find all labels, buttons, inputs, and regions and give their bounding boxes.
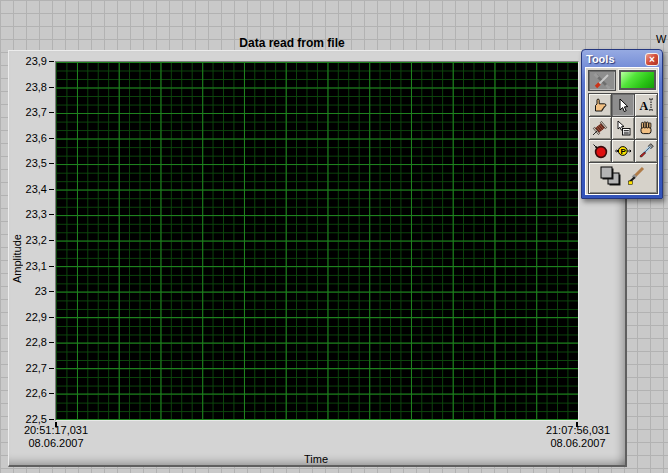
edit-text-tool[interactable]: A <box>635 94 657 116</box>
x-end-time: 21:07:56,031 <box>508 424 648 437</box>
y-tick-label: 23,8 <box>9 80 47 94</box>
scroll-window-tool[interactable] <box>635 117 657 139</box>
tools-palette-body: A <box>585 67 659 195</box>
y-tick-mark <box>49 112 54 113</box>
y-tick-mark <box>49 189 54 190</box>
x-end-date: 08.06.2007 <box>508 437 648 450</box>
tools-palette-titlebar[interactable]: Tools × <box>582 50 662 67</box>
plot-area[interactable] <box>55 61 579 421</box>
y-tick-mark <box>49 393 54 394</box>
set-color-tool[interactable] <box>589 163 657 193</box>
connect-wire-tool[interactable] <box>589 117 611 139</box>
open-hand-icon <box>638 120 654 136</box>
y-tick-mark <box>49 368 54 369</box>
y-tick-label: 23,9 <box>9 54 47 68</box>
y-tick-mark <box>49 87 54 88</box>
svg-text:A: A <box>640 99 649 113</box>
auto-tool-select-button[interactable] <box>588 70 616 91</box>
set-breakpoint-tool[interactable] <box>589 140 611 162</box>
operate-value-tool[interactable] <box>589 94 611 116</box>
y-tick-mark <box>49 419 54 420</box>
y-tick-label: 22,8 <box>9 335 47 349</box>
crossed-tools-icon <box>593 73 611 89</box>
auto-tool-led-indicator <box>619 70 656 90</box>
x-start-date: 08.06.2007 <box>0 437 126 450</box>
tool-grid: A <box>588 93 658 194</box>
y-tick-label: 22,7 <box>9 361 47 375</box>
x-tick-label-end: 21:07:56,031 08.06.2007 <box>508 424 648 450</box>
svg-text:P: P <box>621 147 627 156</box>
clipped-label-right-edge: W <box>656 33 666 45</box>
y-tick-mark <box>49 214 54 215</box>
tools-palette[interactable]: Tools × <box>581 49 663 199</box>
wire-spool-icon <box>592 120 608 136</box>
y-tick-mark <box>49 291 54 292</box>
y-tick-label: 23,5 <box>9 156 47 170</box>
y-tick-label: 23,7 <box>9 105 47 119</box>
menu-cursor-icon <box>615 120 631 136</box>
y-tick-mark <box>49 138 54 139</box>
probe-icon: P <box>614 143 632 159</box>
pointing-finger-icon <box>592 97 608 113</box>
arrow-cursor-icon <box>616 98 630 113</box>
tools-palette-title: Tools <box>586 53 645 65</box>
y-tick-label: 23,4 <box>9 182 47 196</box>
text-cursor-icon: A <box>638 97 654 113</box>
y-axis-label: Amplitude <box>10 199 25 319</box>
eyedropper-icon <box>638 143 654 159</box>
y-tick-label: 23,6 <box>9 131 47 145</box>
waveform-chart[interactable]: 23,923,823,723,623,523,423,323,223,12322… <box>8 50 627 467</box>
y-tick-mark <box>49 266 54 267</box>
x-start-time: 20:51:17,031 <box>0 424 126 437</box>
y-tick-mark <box>49 342 54 343</box>
y-tick-mark <box>49 61 54 62</box>
x-tick-label-start: 20:51:17,031 08.06.2007 <box>0 424 126 450</box>
y-tick-mark <box>49 317 54 318</box>
position-select-tool[interactable] <box>612 94 634 116</box>
y-tick-label: 22,6 <box>9 386 47 400</box>
x-axis-label: Time <box>256 453 376 465</box>
probe-data-tool[interactable]: P <box>612 140 634 162</box>
breakpoint-stop-icon <box>592 143 608 159</box>
get-color-tool[interactable] <box>635 140 657 162</box>
chart-title: Data read from file <box>162 36 422 50</box>
y-tick-mark <box>49 240 54 241</box>
color-swatches-brush-icon <box>597 165 649 191</box>
object-shortcut-menu-tool[interactable] <box>612 117 634 139</box>
y-tick-mark <box>49 163 54 164</box>
close-icon[interactable]: × <box>645 53 659 66</box>
